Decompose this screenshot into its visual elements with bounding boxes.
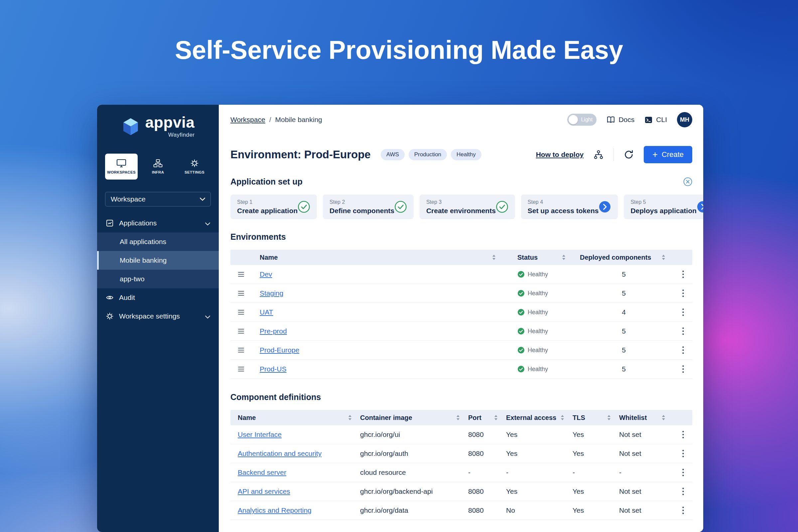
environments-table: Name Status Deployed compo xyxy=(230,250,692,379)
refresh-button[interactable] xyxy=(622,148,636,162)
row-menu-button[interactable] xyxy=(673,346,692,354)
step-card-4[interactable]: Step 4 Set up access tokens xyxy=(521,194,618,219)
drag-handle-icon[interactable] xyxy=(230,272,252,277)
environment-link[interactable]: Pre-prod xyxy=(260,327,287,335)
row-menu-button[interactable] xyxy=(673,289,692,297)
drag-handle-icon[interactable] xyxy=(230,291,252,296)
cli-link[interactable]: CLI xyxy=(644,116,667,124)
sidebar-item-audit[interactable]: Audit xyxy=(97,288,219,307)
user-avatar[interactable]: MH xyxy=(677,112,692,127)
sidebar-item-app-two[interactable]: app-two xyxy=(97,270,219,288)
sort-icon[interactable] xyxy=(661,414,673,421)
deployed-count: 5 xyxy=(574,270,673,278)
sort-icon[interactable] xyxy=(661,254,673,261)
sidebar-item-mobile-banking[interactable]: Mobile banking xyxy=(97,251,219,270)
tls: - xyxy=(573,469,619,476)
brand-name: appvia xyxy=(145,115,195,130)
component-definitions-title: Component definitions xyxy=(230,392,692,402)
breadcrumb-workspace-link[interactable]: Workspace xyxy=(230,116,265,124)
step-number: Step 4 xyxy=(528,199,599,205)
component-link[interactable]: Authentication and security xyxy=(238,450,322,457)
whitelist: Not set xyxy=(619,488,673,495)
tab-label: INFRA xyxy=(152,170,164,174)
row-menu-button[interactable] xyxy=(673,327,692,335)
row-menu-button[interactable] xyxy=(673,308,692,316)
environment-link[interactable]: Dev xyxy=(260,270,272,278)
sort-icon[interactable] xyxy=(607,414,619,421)
arrow-circle-icon xyxy=(598,201,611,213)
sort-icon[interactable] xyxy=(560,414,573,421)
component-link[interactable]: User Interface xyxy=(238,431,282,438)
sidebar-item-label: Mobile banking xyxy=(120,256,167,264)
sort-icon[interactable] xyxy=(562,254,574,261)
environment-link[interactable]: Prod-US xyxy=(260,365,287,373)
component-link[interactable]: API and services xyxy=(238,488,290,495)
brand-logo: appvia Wayfinder xyxy=(97,115,219,138)
docs-link[interactable]: Docs xyxy=(607,116,634,124)
page-actions: How to deploy xyxy=(536,146,692,163)
topology-button[interactable] xyxy=(591,148,606,162)
breadcrumb-current: Mobile banking xyxy=(275,116,322,124)
badge-aws: AWS xyxy=(381,149,405,160)
drag-handle-icon[interactable] xyxy=(230,309,252,315)
sort-icon[interactable] xyxy=(494,414,506,421)
sidebar-item-workspace-settings[interactable]: Workspace settings xyxy=(97,307,219,325)
how-to-deploy-link[interactable]: How to deploy xyxy=(536,151,584,158)
whitelist: - xyxy=(619,469,673,476)
row-menu-button[interactable] xyxy=(673,270,692,278)
theme-toggle[interactable]: Light xyxy=(567,114,596,126)
step-card-2[interactable]: Step 2 Define components xyxy=(323,194,414,219)
row-menu-button[interactable] xyxy=(673,365,692,373)
close-setup-button[interactable] xyxy=(683,177,692,186)
environment-link[interactable]: Prod-Europe xyxy=(260,346,299,354)
port: 8080 xyxy=(468,450,506,457)
tab-settings[interactable]: SETTINGS xyxy=(178,154,211,179)
sort-icon[interactable] xyxy=(348,414,360,421)
environments-section: Environments Name Status xyxy=(230,232,692,379)
tab-workspaces[interactable]: WORKSPACES xyxy=(105,154,138,179)
row-menu-button[interactable] xyxy=(673,507,692,514)
sort-icon[interactable] xyxy=(456,414,468,421)
row-menu-button[interactable] xyxy=(673,469,692,476)
tls: Yes xyxy=(573,488,619,495)
sidebar-item-all-applications[interactable]: All applications xyxy=(97,232,219,251)
environment-link[interactable]: UAT xyxy=(260,308,273,316)
divider xyxy=(613,148,614,161)
create-button[interactable]: + Create xyxy=(644,146,692,163)
workspace-selector[interactable]: Workspace xyxy=(105,192,211,207)
sidebar-item-applications[interactable]: Applications xyxy=(97,214,219,232)
topbar: Workspace / Mobile banking Light Docs xyxy=(230,105,692,135)
row-menu-button[interactable] xyxy=(673,488,692,495)
drag-handle-icon[interactable] xyxy=(230,347,252,353)
step-card-5[interactable]: Step 5 Deploys application xyxy=(624,194,703,219)
external-access: - xyxy=(506,469,573,476)
column-header-container-image: Container image xyxy=(360,414,412,422)
components-table-header: Name Container image Port xyxy=(230,410,692,425)
step-card-1[interactable]: Step 1 Create application xyxy=(230,194,317,219)
column-header-name: Name xyxy=(238,414,256,422)
check-circle-icon xyxy=(298,201,310,213)
healthy-status-icon xyxy=(517,365,525,373)
chevron-down-icon xyxy=(200,197,205,201)
port: - xyxy=(468,469,506,476)
healthy-status-icon xyxy=(517,290,525,297)
tab-infra[interactable]: INFRA xyxy=(141,154,174,179)
container-image: ghcr.io/org/data xyxy=(360,507,468,514)
component-link[interactable]: Backend server xyxy=(238,469,286,476)
row-menu-button[interactable] xyxy=(673,431,692,439)
applications-icon xyxy=(106,219,114,227)
app-window: appvia Wayfinder WORKSPACES xyxy=(97,105,703,532)
monitor-icon xyxy=(116,159,126,168)
drag-handle-icon[interactable] xyxy=(230,366,252,372)
drag-handle-icon[interactable] xyxy=(230,328,252,334)
chevron-down-icon xyxy=(205,316,210,319)
row-menu-button[interactable] xyxy=(673,450,692,457)
page-title: Environment: Prod-Europe xyxy=(230,148,371,161)
component-link[interactable]: Analytics and Reporting xyxy=(238,507,311,514)
status-label: Healthy xyxy=(528,328,548,335)
sort-icon[interactable] xyxy=(492,254,504,261)
breadcrumb: Workspace / Mobile banking xyxy=(230,116,322,124)
environment-link[interactable]: Staging xyxy=(260,289,283,297)
theme-toggle-label: Light xyxy=(581,117,592,123)
step-card-3[interactable]: Step 3 Create environments xyxy=(420,194,515,219)
